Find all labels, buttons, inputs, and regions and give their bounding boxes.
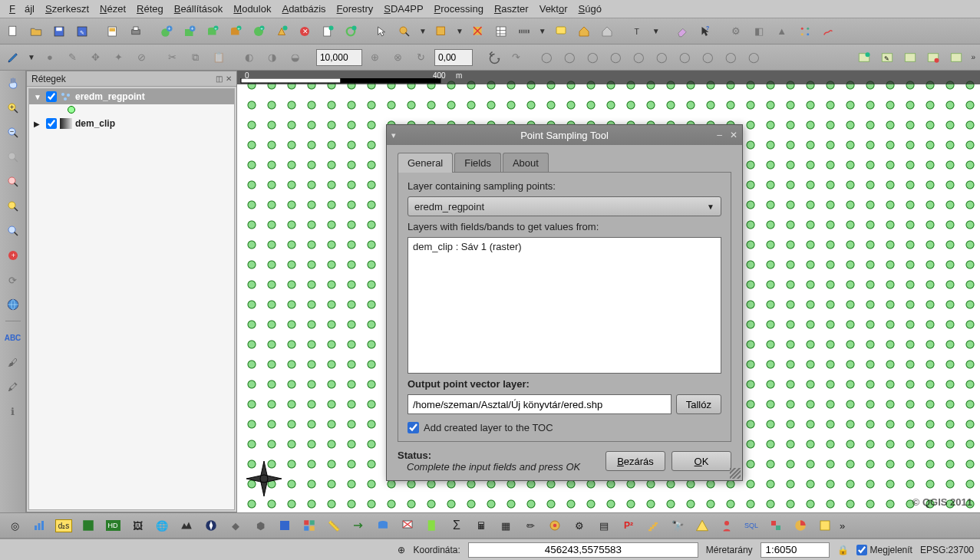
menu-item[interactable]: Nézet (95, 2, 130, 16)
zoom-out-icon[interactable] (3, 123, 23, 143)
save-icon[interactable] (49, 21, 69, 41)
map5-icon[interactable] (946, 48, 966, 68)
plugin5-icon[interactable] (818, 21, 838, 41)
edit1-icon[interactable]: ● (40, 48, 60, 68)
pl-globe2-icon[interactable]: 🌐 (152, 516, 172, 535)
scale-input[interactable] (761, 542, 830, 558)
zoom-full-icon[interactable] (3, 147, 23, 167)
add-to-toc-checkbox[interactable] (408, 422, 419, 433)
layer-item-eredm-regpoint[interactable]: ▼ eredm_regpoint (29, 89, 234, 104)
print-icon[interactable] (126, 21, 146, 41)
scale-input-a[interactable] (316, 49, 362, 66)
menu-item[interactable]: Vektor (535, 2, 572, 16)
coord-input[interactable] (468, 542, 698, 558)
info-icon[interactable]: ℹ (3, 401, 23, 421)
tab-about[interactable]: About (503, 153, 549, 173)
tab-general[interactable]: General (398, 153, 453, 173)
pan-icon[interactable] (3, 74, 23, 94)
layer-visibility-checkbox[interactable] (46, 91, 57, 102)
measure-icon[interactable] (514, 21, 534, 41)
pl-d2s-icon[interactable]: d₂s (54, 516, 74, 535)
add-gps-icon[interactable] (341, 21, 361, 41)
pl-person-icon[interactable] (717, 516, 737, 535)
new-project-icon[interactable] (3, 21, 23, 41)
zoom-layer-icon[interactable] (3, 196, 23, 216)
dialog-menu-icon[interactable]: ▾ (391, 130, 396, 140)
pl-arrow-icon[interactable] (348, 516, 368, 535)
eraser-icon[interactable] (672, 21, 692, 41)
brush1-icon[interactable]: 🖌 (3, 352, 23, 372)
help-icon[interactable]: ? (695, 21, 715, 41)
ok-button[interactable]: OK (671, 451, 731, 471)
map1-icon[interactable] (854, 48, 874, 68)
close-icon[interactable]: ✕ (730, 130, 737, 140)
menu-item[interactable]: Adatbázis (277, 2, 330, 16)
zoom-next-icon[interactable]: + (3, 245, 23, 265)
plugin4-icon[interactable] (795, 21, 815, 41)
pl-binoc-icon[interactable]: 🔭 (668, 516, 688, 535)
tool-d-icon[interactable]: ⊕ (365, 48, 385, 68)
add-postgis-icon[interactable]: + (203, 21, 223, 41)
pl-grid-icon[interactable]: ▦ (496, 516, 516, 535)
pl-warn-icon[interactable] (692, 516, 712, 535)
render-checkbox[interactable] (856, 545, 867, 555)
select-icon[interactable] (431, 21, 451, 41)
layer-visibility-checkbox[interactable] (46, 118, 57, 129)
dropdown-arrow-icon[interactable]: ▼ (537, 27, 548, 35)
pl-hd-icon[interactable]: HD (103, 516, 123, 535)
dropdown-arrow-icon[interactable]: ▼ (651, 27, 662, 35)
pl-green1-icon[interactable] (78, 516, 98, 535)
panel-close-icon[interactable]: ✕ (226, 74, 232, 83)
pl-ruler-icon[interactable]: 📏 (324, 516, 344, 535)
overflow-icon[interactable]: » (969, 53, 977, 61)
g10-icon[interactable]: ◯ (744, 48, 764, 68)
pl-sql-icon[interactable]: SQL (741, 516, 761, 535)
pointer-icon[interactable] (371, 21, 391, 41)
overflow-icon[interactable]: » (840, 520, 845, 532)
menu-item[interactable]: Processing (430, 2, 488, 16)
g5-icon[interactable]: ◯ (629, 48, 649, 68)
g7-icon[interactable]: ◯ (675, 48, 695, 68)
brush2-icon[interactable]: 🖍 (3, 377, 23, 397)
list-item[interactable]: dem_clip : Sáv 1 (raster) (413, 241, 716, 252)
menu-item[interactable]: Fájl (5, 2, 39, 16)
map4-icon[interactable] (923, 48, 943, 68)
save-as-icon[interactable]: ✎ (72, 21, 92, 41)
move-icon[interactable]: ✥ (86, 48, 106, 68)
open-project-icon[interactable] (26, 21, 46, 41)
g3-icon[interactable]: ◯ (583, 48, 603, 68)
menu-item[interactable]: Modulok (229, 2, 276, 16)
pl-compass-icon[interactable] (201, 516, 221, 535)
menu-item[interactable]: Réteg (132, 2, 168, 16)
g8-icon[interactable]: ◯ (698, 48, 718, 68)
menu-item[interactable]: Forestry (332, 2, 378, 16)
output-path-input[interactable] (408, 394, 671, 414)
pl-photo-icon[interactable]: 🖼 (127, 516, 147, 535)
text-annotation-icon[interactable]: T (628, 21, 648, 41)
add-raster-icon[interactable]: + (180, 21, 200, 41)
tab-fields[interactable]: Fields (454, 153, 501, 173)
pl-green2-icon[interactable] (422, 516, 442, 535)
deselect-icon[interactable] (468, 21, 488, 41)
g1-icon[interactable]: ◯ (537, 48, 557, 68)
pl-pie-icon[interactable] (790, 516, 810, 535)
pl-sigma-icon[interactable]: Σ (447, 516, 467, 535)
menu-item[interactable]: SDA4PP (379, 2, 427, 16)
attributes-icon[interactable] (491, 21, 511, 41)
zoom-last-icon[interactable] (3, 221, 23, 241)
paste-icon[interactable]: 📋 (209, 48, 229, 68)
g4-icon[interactable]: ◯ (606, 48, 626, 68)
pl-spiral-icon[interactable]: ◎ (5, 516, 25, 535)
delete-icon[interactable]: ⊘ (132, 48, 152, 68)
bookmark-home-icon[interactable] (574, 21, 594, 41)
pl-colors-icon[interactable] (299, 516, 319, 535)
map2-icon[interactable]: ✎ (877, 48, 897, 68)
pl-db-icon[interactable] (373, 516, 393, 535)
expand-icon[interactable]: ▼ (34, 93, 43, 101)
pl-p2-icon[interactable]: P² (619, 516, 638, 535)
pl-grey2-icon[interactable]: ⬢ (250, 516, 270, 535)
rotation-input[interactable] (434, 49, 473, 66)
stop-render-icon[interactable]: 🔒 (837, 545, 849, 555)
pl-puzzle-icon[interactable] (766, 516, 786, 535)
cut-icon[interactable]: ✂ (163, 48, 183, 68)
